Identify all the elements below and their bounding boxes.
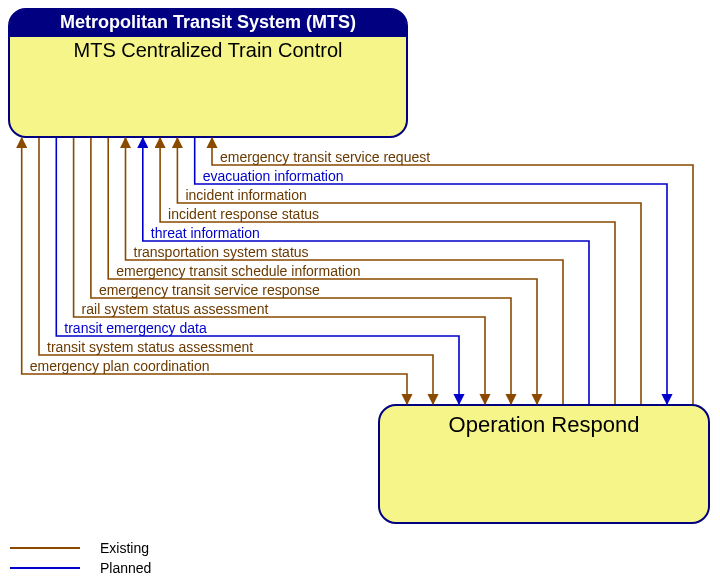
flow-label: transportation system status — [134, 244, 309, 260]
mts-box-header: Metropolitan Transit System (MTS) — [10, 10, 406, 37]
operation-respond-box: Operation Respond — [378, 404, 710, 524]
flow-label: emergency transit schedule information — [116, 263, 360, 279]
flow-label: threat information — [151, 225, 260, 241]
legend: Existing Planned — [10, 538, 151, 578]
legend-planned-line — [10, 567, 80, 569]
flow-label: incident information — [185, 187, 306, 203]
flow-label: transit emergency data — [64, 320, 206, 336]
flow-label: emergency plan coordination — [30, 358, 210, 374]
legend-existing-label: Existing — [100, 540, 149, 556]
flow-label: incident response status — [168, 206, 319, 222]
flow-label: evacuation information — [203, 168, 344, 184]
flow-label: emergency transit service response — [99, 282, 320, 298]
operation-respond-title: Operation Respond — [380, 406, 708, 438]
legend-existing: Existing — [10, 538, 151, 558]
legend-existing-line — [10, 547, 80, 549]
mts-box: Metropolitan Transit System (MTS) MTS Ce… — [8, 8, 408, 138]
flow-label: emergency transit service request — [220, 149, 430, 165]
flow-label: rail system status assessment — [82, 301, 269, 317]
legend-planned: Planned — [10, 558, 151, 578]
flow-label: transit system status assessment — [47, 339, 253, 355]
mts-box-title: MTS Centralized Train Control — [10, 37, 406, 62]
legend-planned-label: Planned — [100, 560, 151, 576]
